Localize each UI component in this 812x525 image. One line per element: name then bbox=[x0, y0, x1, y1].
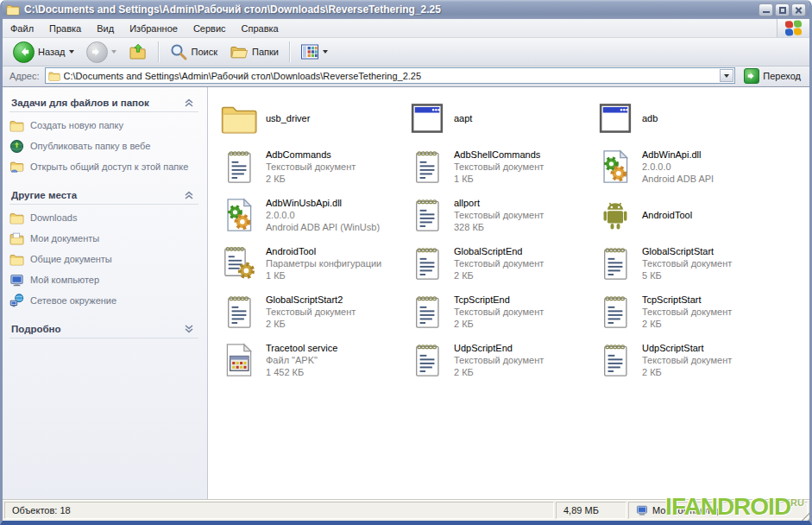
file-type: Файл "APK" bbox=[266, 354, 337, 366]
windows-logo bbox=[777, 19, 809, 37]
status-zone: Мой компьютер bbox=[628, 502, 808, 519]
text-document-icon bbox=[408, 341, 446, 379]
forward-icon bbox=[86, 41, 108, 63]
file-tile-adb[interactable]: adb bbox=[595, 94, 783, 142]
file-tile-androidtool-config[interactable]: AndroidTool Параметры конфигурации 1 КБ bbox=[218, 239, 406, 288]
folder-icon bbox=[220, 99, 258, 137]
folder-icon bbox=[9, 211, 24, 225]
menu-bar: Файл Правка Вид Избранное Сервис Справка bbox=[3, 19, 809, 38]
file-tile-tcpscriptstart[interactable]: TcpScriptStart Текстовый документ 2 КБ bbox=[595, 288, 783, 336]
go-button[interactable]: Переход bbox=[740, 67, 804, 85]
network-icon bbox=[9, 294, 24, 308]
file-tile-allport[interactable]: allport Текстовый документ 328 КБ bbox=[406, 191, 595, 239]
file-name: UdpScriptEnd bbox=[454, 342, 544, 354]
maximize-button[interactable] bbox=[775, 3, 790, 16]
status-bar: Объектов: 18 4,89 МБ Мой компьютер IFAND… bbox=[3, 499, 809, 521]
file-size: 2 КБ bbox=[266, 173, 356, 185]
menu-item-edit[interactable]: Правка bbox=[41, 19, 89, 37]
file-tile-adbshellcommands[interactable]: AdbShellCommands Текстовый документ 1 КБ bbox=[406, 142, 595, 191]
sidebar-item-share-folder[interactable]: Открыть общий доступ к этой папке bbox=[9, 160, 198, 174]
title-bar[interactable]: C:\Documents and Settings\Admin\Рабочий … bbox=[3, 0, 809, 19]
file-type: Текстовый документ bbox=[642, 354, 732, 366]
file-tile-tracetool-service[interactable]: Tracetool service Файл "APK" 1 452 КБ bbox=[218, 336, 406, 384]
file-tile-udpscriptend[interactable]: UdpScriptEnd Текстовый документ 2 КБ bbox=[406, 336, 595, 384]
address-dropdown-button[interactable] bbox=[720, 69, 733, 82]
file-tile-aapt[interactable]: aapt bbox=[406, 94, 595, 142]
sidebar-item-downloads[interactable]: Downloads bbox=[9, 211, 198, 225]
menu-item-help[interactable]: Справка bbox=[234, 19, 286, 37]
file-tile-androidtool-exe[interactable]: AndroidTool bbox=[595, 191, 783, 239]
file-name: AdbShellCommands bbox=[454, 149, 544, 161]
views-icon bbox=[300, 42, 319, 61]
file-name: GlobalScriptStart bbox=[642, 245, 732, 257]
file-type: Текстовый документ bbox=[454, 209, 544, 221]
file-name: AndroidTool bbox=[266, 245, 381, 257]
folders-button[interactable]: Папки bbox=[224, 40, 284, 64]
content-area: Задачи для файлов и папок Создать новую … bbox=[3, 87, 809, 499]
sidebar-item-shared-documents[interactable]: Общие документы bbox=[9, 252, 198, 267]
section-file-tasks: Задачи для файлов и папок Создать новую … bbox=[9, 96, 198, 174]
up-button[interactable] bbox=[123, 40, 153, 64]
file-tile-globalscriptstart[interactable]: GlobalScriptStart Текстовый документ 5 К… bbox=[595, 239, 783, 288]
file-list-area[interactable]: usb_driver aapt adb AdbCommands Текстовы… bbox=[208, 87, 809, 499]
file-tile-globalscriptstart2[interactable]: GlobalScriptStart2 Текстовый документ 2 … bbox=[218, 288, 406, 336]
file-version: 2.0.0.0 bbox=[642, 161, 714, 173]
address-input[interactable]: C:\Documents and Settings\Admin\Рабочий … bbox=[45, 67, 736, 84]
sidebar-item-publish-web[interactable]: Опубликовать папку в вебе bbox=[9, 139, 198, 154]
section-title: Подробно bbox=[11, 324, 61, 334]
file-tile-udpscriptstart[interactable]: UdpScriptStart Текстовый документ 2 КБ bbox=[595, 336, 783, 384]
collapse-chevron-icon[interactable] bbox=[183, 98, 195, 108]
file-tile-adbwinapi-dll[interactable]: AdbWinApi.dll 2.0.0.0 Android ADB API bbox=[595, 142, 783, 191]
sidebar-item-my-documents[interactable]: Мои документы bbox=[9, 231, 198, 246]
file-size: 2 КБ bbox=[454, 318, 544, 330]
status-total-size: 4,89 МБ bbox=[556, 502, 626, 519]
menu-item-file[interactable]: Файл bbox=[3, 19, 41, 37]
file-tile-tcpscriptend[interactable]: TcpScriptEnd Текстовый документ 2 КБ bbox=[406, 288, 595, 336]
file-version: 2.0.0.0 bbox=[266, 209, 380, 221]
toolbar-separator bbox=[289, 41, 290, 62]
close-button[interactable] bbox=[791, 3, 806, 16]
file-tile-usb-driver[interactable]: usb_driver bbox=[218, 94, 406, 142]
expand-chevron-icon[interactable] bbox=[183, 324, 195, 334]
go-label: Переход bbox=[763, 71, 801, 81]
file-size: 2 КБ bbox=[642, 318, 732, 330]
back-button[interactable]: Назад bbox=[8, 39, 79, 66]
section-other-places: Другие места Downloads Мои документы Общ… bbox=[9, 188, 198, 308]
address-bar: Адрес: C:\Documents and Settings\Admin\Р… bbox=[3, 66, 809, 87]
go-arrow-icon bbox=[744, 68, 759, 84]
folders-icon bbox=[230, 42, 249, 61]
search-button[interactable]: Поиск bbox=[164, 40, 223, 64]
file-type: Текстовый документ bbox=[266, 306, 356, 318]
text-document-icon bbox=[220, 293, 258, 331]
file-tile-globalscriptend[interactable]: GlobalScriptEnd Текстовый документ 2 КБ bbox=[406, 239, 595, 288]
menu-item-tools[interactable]: Сервис bbox=[186, 19, 234, 37]
file-type: Текстовый документ bbox=[642, 257, 732, 269]
text-document-icon bbox=[408, 293, 446, 331]
file-description: Android ADB API (WinUsb) bbox=[266, 221, 380, 233]
file-name: allport bbox=[454, 197, 544, 209]
file-size: 2 КБ bbox=[642, 366, 732, 378]
minimize-button[interactable] bbox=[758, 3, 773, 16]
android-icon bbox=[596, 196, 634, 234]
file-tile-adbcommands[interactable]: AdbCommands Текстовый документ 2 КБ bbox=[218, 142, 406, 191]
toolbar: Назад Поиск Папки bbox=[3, 38, 809, 66]
sidebar-item-create-folder[interactable]: Создать новую папку bbox=[9, 118, 198, 133]
file-size: 1 452 КБ bbox=[266, 366, 337, 378]
folder-icon bbox=[48, 70, 60, 82]
file-tile-adbwinusbapi-dll[interactable]: AdbWinUsbApi.dll 2.0.0.0 Android ADB API… bbox=[218, 191, 406, 239]
shared-documents-icon bbox=[9, 252, 24, 267]
views-button[interactable] bbox=[295, 40, 333, 64]
collapse-chevron-icon[interactable] bbox=[183, 190, 195, 200]
sidebar-item-network[interactable]: Сетевое окружение bbox=[9, 294, 198, 308]
section-title: Задачи для файлов и папок bbox=[11, 98, 149, 108]
window-title: C:\Documents and Settings\Admin\Рабочий … bbox=[24, 3, 754, 16]
text-document-icon bbox=[596, 293, 634, 331]
section-title: Другие места bbox=[11, 190, 77, 200]
menu-item-view[interactable]: Вид bbox=[89, 19, 122, 37]
sidebar-item-my-computer[interactable]: Мой компьютер bbox=[9, 273, 198, 288]
file-type: Текстовый документ bbox=[642, 306, 732, 318]
menu-item-favorites[interactable]: Избранное bbox=[122, 19, 186, 37]
file-name: aapt bbox=[454, 112, 472, 124]
file-name: TcpScriptEnd bbox=[454, 294, 544, 306]
forward-button[interactable] bbox=[81, 39, 122, 66]
